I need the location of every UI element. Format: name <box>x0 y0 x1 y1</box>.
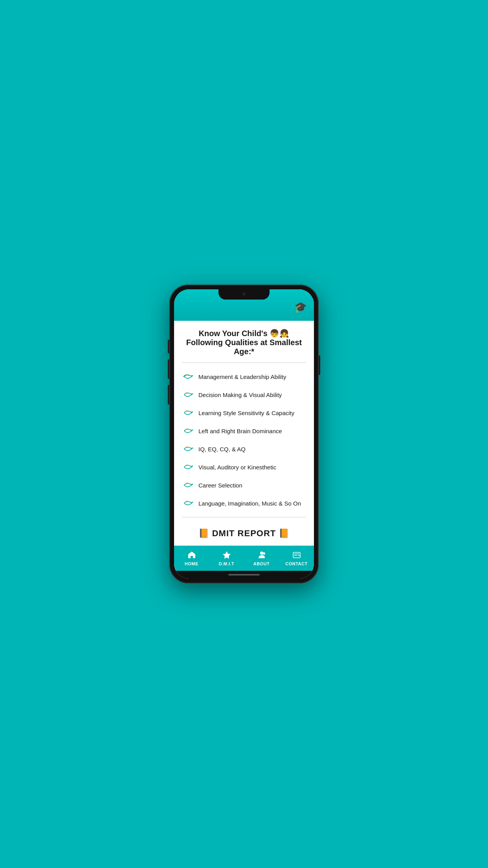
nav-dmit[interactable]: D.M.I.T <box>209 546 244 571</box>
list-item: Left and Right Brain Dominance <box>182 422 306 440</box>
list-item: IQ, EQ, CQ, & AQ <box>182 440 306 458</box>
nav-dmit-label: D.M.I.T <box>219 561 235 566</box>
nav-home-label: HOME <box>185 561 198 566</box>
title-line2: Following Qualities at Smallest Age:* <box>182 338 306 356</box>
nav-about[interactable]: ABOUT <box>244 546 279 571</box>
arrow-star-icon-7 <box>182 480 194 490</box>
nav-about-label: ABOUT <box>253 561 270 566</box>
scroll-area[interactable]: Know Your Child's 👦👧 Following Qualities… <box>174 321 314 546</box>
arrow-star-icon-5 <box>182 444 194 454</box>
dmit-section: 📙 DMIT REPORT 📙 <box>182 522 306 543</box>
list-item: Decision Making & Visual Ability <box>182 386 306 404</box>
svg-point-11 <box>298 555 299 556</box>
arrow-star-icon-6 <box>182 462 194 472</box>
volume-down-button <box>168 385 169 405</box>
title-line1: Know Your Child's 👦👧 <box>182 329 306 338</box>
power-button <box>319 355 320 375</box>
nav-contact-label: CONTACT <box>285 561 307 566</box>
arrow-star-icon-1 <box>182 371 194 382</box>
dmit-nav-icon <box>222 551 231 561</box>
qualities-list: Management & Leadership Ability Decision… <box>182 368 306 512</box>
arrow-star-icon-8 <box>182 498 194 508</box>
arrow-star-icon-2 <box>182 390 194 400</box>
list-item: Management & Leadership Ability <box>182 368 306 386</box>
volume-up-button <box>168 359 169 379</box>
list-item-text-6: Visual, Auditory or Kinesthetic <box>198 464 276 471</box>
list-item: Career Selection <box>182 476 306 494</box>
app-header: 🎓 <box>174 289 314 321</box>
dmit-title: 📙 DMIT REPORT 📙 <box>182 528 306 539</box>
nav-contact[interactable]: CONTACT <box>279 546 314 571</box>
list-item: Language, Imagination, Music & So On <box>182 494 306 512</box>
home-indicator <box>174 571 314 579</box>
list-item-text-1: Management & Leadership Ability <box>198 373 286 380</box>
list-item-text-8: Language, Imagination, Music & So On <box>198 500 301 507</box>
list-item-text-5: IQ, EQ, CQ, & AQ <box>198 446 246 452</box>
home-bar <box>228 574 260 576</box>
list-item-text-3: Learning Style Sensitivity & Capacity <box>198 410 294 416</box>
arrow-star-icon-4 <box>182 426 194 436</box>
silent-button <box>168 340 169 353</box>
title-section: Know Your Child's 👦👧 Following Qualities… <box>182 329 306 356</box>
list-item-text-2: Decision Making & Visual Ability <box>198 392 282 398</box>
top-divider <box>182 362 306 363</box>
camera <box>242 292 246 296</box>
nav-home[interactable]: HOME <box>174 546 209 571</box>
list-item-text-7: Career Selection <box>198 482 242 489</box>
notch <box>218 289 270 300</box>
about-icon <box>257 551 266 561</box>
phone-frame: 🎓 Know Your Child's 👦👧 Following Qualiti… <box>169 285 319 583</box>
contact-icon <box>292 551 301 561</box>
home-icon <box>187 551 196 561</box>
middle-divider <box>182 517 306 517</box>
arrow-star-icon-3 <box>182 408 194 418</box>
header-graduation-icon: 🎓 <box>294 301 307 313</box>
bottom-navigation: HOME D.M.I.T <box>174 546 314 571</box>
list-item: Learning Style Sensitivity & Capacity <box>182 404 306 422</box>
svg-point-9 <box>263 552 265 555</box>
svg-point-8 <box>260 552 263 555</box>
list-item: Visual, Auditory or Kinesthetic <box>182 458 306 476</box>
phone-screen: 🎓 Know Your Child's 👦👧 Following Qualiti… <box>174 289 314 579</box>
list-item-text-4: Left and Right Brain Dominance <box>198 428 282 434</box>
